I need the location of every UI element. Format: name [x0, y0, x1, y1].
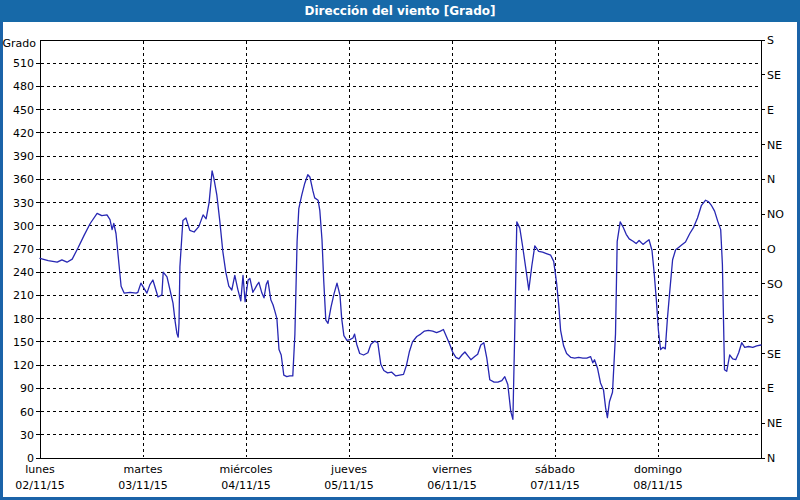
y-left-tick-label: 360	[13, 173, 34, 186]
y-right-tick-label: SE	[767, 69, 781, 82]
y-left-tick-label: 510	[13, 57, 34, 70]
x-day-name-label: martes	[124, 463, 163, 476]
y-axis-left-title: Grado	[3, 37, 37, 50]
x-day-name-label: domingo	[634, 463, 682, 476]
y-right-tick-label: SO	[767, 278, 783, 291]
y-right-tick-label: E	[767, 104, 774, 117]
y-left-tick-label: 420	[13, 127, 34, 140]
y-left-tick-label: 60	[20, 406, 34, 419]
y-left-tick-label: 300	[13, 220, 34, 233]
x-day-name-label: jueves	[330, 463, 367, 476]
y-right-tick-label: NE	[767, 139, 782, 152]
y-right-tick-label: O	[767, 243, 776, 256]
plot-border	[40, 40, 761, 458]
y-left-tick-label: 30	[20, 429, 34, 442]
y-left-tick-label: 330	[13, 197, 34, 210]
x-day-date-label: 02/11/15	[15, 479, 64, 492]
x-day-name-label: lunes	[25, 463, 55, 476]
y-right-tick-label: E	[767, 382, 774, 395]
chart-window: Dirección del viento [Grado] 51048045042…	[0, 0, 800, 500]
y-right-tick-label: NE	[767, 417, 782, 430]
x-day-date-label: 03/11/15	[118, 479, 167, 492]
y-left-tick-label: 180	[13, 313, 34, 326]
x-day-name-label: sábado	[535, 463, 575, 476]
x-day-date-label: 04/11/15	[221, 479, 270, 492]
y-left-tick-label: 480	[13, 80, 34, 93]
y-left-tick-label: 90	[20, 382, 34, 395]
x-day-name-label: viernes	[432, 463, 472, 476]
wind-direction-line	[40, 171, 761, 419]
x-day-date-label: 06/11/15	[427, 479, 476, 492]
y-left-tick-label: 450	[13, 104, 34, 117]
x-day-date-label: 07/11/15	[530, 479, 579, 492]
y-left-tick-label: 210	[13, 289, 34, 302]
x-day-date-label: 05/11/15	[324, 479, 373, 492]
y-left-tick-label: 150	[13, 336, 34, 349]
chart-canvas: 5104804504203903603303002702402101801501…	[0, 0, 800, 500]
y-right-tick-label: N	[767, 452, 775, 465]
y-right-tick-label: S	[767, 313, 774, 326]
y-right-tick-label: N	[767, 173, 775, 186]
y-right-tick-label: S	[767, 34, 774, 47]
y-right-tick-label: NO	[767, 208, 784, 221]
y-left-tick-label: 270	[13, 243, 34, 256]
y-left-tick-label: 240	[13, 266, 34, 279]
y-left-tick-label: 120	[13, 359, 34, 372]
y-right-tick-label: SE	[767, 348, 781, 361]
x-day-date-label: 08/11/15	[633, 479, 682, 492]
x-day-name-label: miércoles	[219, 463, 272, 476]
y-left-tick-label: 390	[13, 150, 34, 163]
